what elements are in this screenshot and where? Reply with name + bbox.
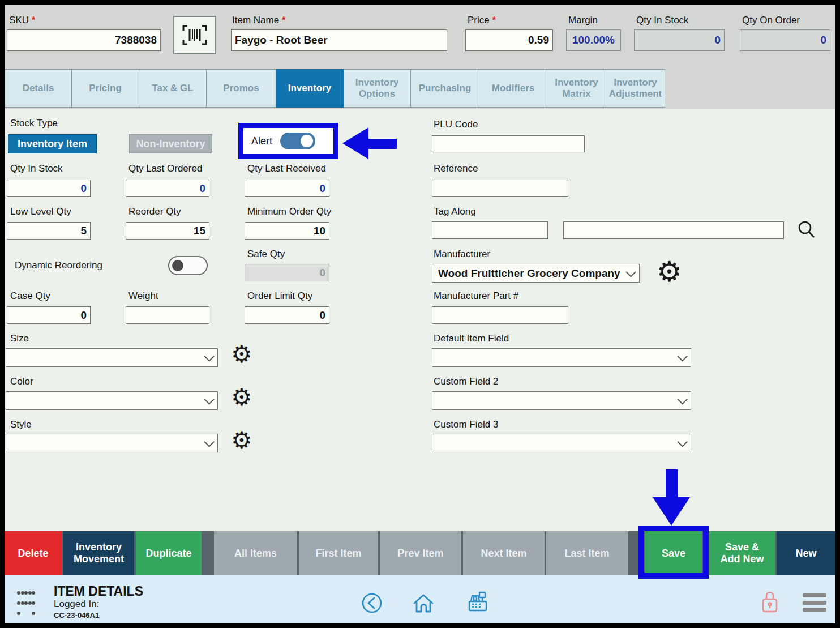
manufacturer-select[interactable]: Wood Fruitticher Grocery Company bbox=[432, 264, 640, 283]
qty-last-received-label: Qty Last Received bbox=[247, 163, 326, 174]
qty-in-stock-input[interactable] bbox=[7, 180, 91, 197]
chevron-down-icon bbox=[204, 437, 214, 447]
manufacturer-gear-icon[interactable]: ⚙ bbox=[657, 258, 682, 286]
low-level-qty-label: Low Level Qty bbox=[10, 206, 71, 217]
qty-in-stock-header-label: Qty In Stock bbox=[636, 15, 689, 26]
case-qty-input[interactable] bbox=[7, 306, 91, 324]
chevron-down-icon bbox=[625, 267, 636, 277]
qty-last-ordered-label: Qty Last Ordered bbox=[128, 163, 202, 174]
weight-label: Weight bbox=[128, 290, 158, 302]
apps-grid-icon[interactable] bbox=[17, 591, 35, 615]
safe-qty-input bbox=[245, 264, 329, 281]
tag-along-search-button[interactable] bbox=[796, 219, 817, 241]
dynamic-reordering-label: Dynamic Reordering bbox=[15, 260, 102, 271]
tab-inventory-adjustment[interactable]: Inventory Adjustment bbox=[606, 69, 665, 108]
item-name-input[interactable] bbox=[231, 29, 447, 51]
annotation-arrow-alert-head bbox=[342, 127, 368, 159]
annotation-box-alert: Alert bbox=[238, 123, 338, 159]
inventory-movement-button[interactable]: Inventory Movement bbox=[63, 531, 134, 575]
reference-label: Reference bbox=[434, 163, 478, 174]
menu-button[interactable] bbox=[803, 593, 826, 612]
stock-type-label: Stock Type bbox=[10, 118, 58, 129]
alert-toggle[interactable] bbox=[280, 133, 315, 149]
toggle-knob bbox=[301, 135, 313, 147]
default-item-field-select[interactable] bbox=[432, 348, 691, 367]
size-select[interactable] bbox=[6, 348, 218, 367]
back-circle-icon bbox=[361, 592, 383, 614]
lock-icon bbox=[760, 589, 779, 615]
delete-button[interactable]: Delete bbox=[5, 531, 62, 575]
manufacturer-part-label: Manufacturer Part # bbox=[434, 290, 518, 302]
home-button[interactable] bbox=[412, 592, 435, 614]
non-inventory-button[interactable]: Non-Inventory bbox=[129, 134, 212, 153]
tab-bar: Details Pricing Tax & GL Promos Inventor… bbox=[5, 69, 665, 108]
qty-last-received-input[interactable] bbox=[245, 180, 329, 197]
plu-code-input[interactable] bbox=[432, 135, 585, 152]
order-limit-qty-label: Order Limit Qty bbox=[247, 290, 312, 302]
weight-input[interactable] bbox=[126, 306, 209, 324]
lock-button[interactable] bbox=[760, 589, 779, 615]
annotation-arrow-save-stem bbox=[666, 469, 678, 499]
qty-in-stock-label: Qty In Stock bbox=[10, 163, 63, 174]
menu-bar bbox=[803, 608, 826, 612]
tab-inventory[interactable]: Inventory bbox=[276, 69, 344, 108]
tag-along-input[interactable] bbox=[432, 221, 548, 239]
order-limit-qty-input[interactable] bbox=[245, 306, 329, 324]
default-item-field-label: Default Item Field bbox=[434, 333, 509, 344]
tab-modifiers[interactable]: Modifiers bbox=[479, 69, 547, 108]
duplicate-button[interactable]: Duplicate bbox=[136, 531, 202, 575]
tab-purchasing[interactable]: Purchasing bbox=[411, 69, 479, 108]
back-button[interactable] bbox=[361, 592, 383, 614]
style-label: Style bbox=[10, 419, 32, 430]
color-gear-icon[interactable]: ⚙ bbox=[231, 386, 252, 409]
register-button[interactable] bbox=[466, 590, 490, 614]
minimum-order-qty-label: Minimum Order Qty bbox=[247, 206, 331, 217]
all-items-button[interactable]: All Items bbox=[214, 531, 297, 575]
sku-input[interactable] bbox=[7, 29, 161, 51]
reorder-qty-input[interactable] bbox=[126, 222, 209, 240]
annotation-box-save bbox=[638, 526, 709, 579]
inventory-item-button[interactable]: Inventory Item bbox=[8, 134, 97, 153]
last-item-button[interactable]: Last Item bbox=[546, 531, 628, 575]
menu-bar bbox=[803, 593, 826, 597]
minimum-order-qty-input[interactable] bbox=[245, 222, 329, 240]
required-asterisk: * bbox=[282, 15, 286, 25]
chevron-down-icon bbox=[677, 351, 687, 361]
barcode-scan-button[interactable] bbox=[173, 16, 216, 54]
style-gear-icon[interactable]: ⚙ bbox=[231, 429, 252, 452]
menu-bar bbox=[803, 601, 826, 605]
barcode-icon bbox=[181, 24, 208, 46]
tab-pricing[interactable]: Pricing bbox=[72, 69, 139, 108]
low-level-qty-input[interactable] bbox=[7, 222, 91, 240]
tab-inventory-matrix[interactable]: Inventory Matrix bbox=[547, 69, 606, 108]
reference-input[interactable] bbox=[432, 180, 568, 197]
tag-along-search-input[interactable] bbox=[563, 221, 784, 239]
qty-last-ordered-input[interactable] bbox=[126, 180, 209, 197]
custom-field-3-select[interactable] bbox=[432, 434, 691, 452]
margin-label: Margin bbox=[568, 15, 598, 26]
chevron-down-icon bbox=[677, 437, 687, 447]
style-select[interactable] bbox=[6, 434, 218, 452]
price-input[interactable] bbox=[465, 29, 553, 51]
tab-details[interactable]: Details bbox=[5, 69, 72, 108]
tab-promos[interactable]: Promos bbox=[207, 69, 276, 108]
custom-field-3-label: Custom Field 3 bbox=[434, 419, 498, 430]
tab-tax-gl[interactable]: Tax & GL bbox=[139, 69, 207, 108]
required-asterisk: * bbox=[32, 15, 36, 25]
save-add-new-button[interactable]: Save & Add New bbox=[709, 531, 775, 575]
manufacturer-part-input[interactable] bbox=[432, 306, 568, 324]
required-asterisk: * bbox=[492, 15, 496, 25]
prev-item-button[interactable]: Prev Item bbox=[380, 531, 461, 575]
size-gear-icon[interactable]: ⚙ bbox=[231, 343, 252, 366]
color-select[interactable] bbox=[6, 391, 218, 410]
first-item-button[interactable]: First Item bbox=[299, 531, 378, 575]
new-button[interactable]: New bbox=[777, 531, 835, 575]
custom-field-2-label: Custom Field 2 bbox=[434, 376, 498, 387]
next-item-button[interactable]: Next Item bbox=[463, 531, 545, 575]
dynamic-reordering-toggle[interactable] bbox=[168, 256, 208, 275]
qty-on-order-header-label: Qty On Order bbox=[742, 15, 800, 26]
custom-field-2-select[interactable] bbox=[432, 391, 691, 410]
sku-label: SKU * bbox=[9, 15, 35, 26]
tab-inventory-options[interactable]: Inventory Options bbox=[344, 69, 411, 108]
manufacturer-label: Manufacturer bbox=[434, 249, 490, 260]
